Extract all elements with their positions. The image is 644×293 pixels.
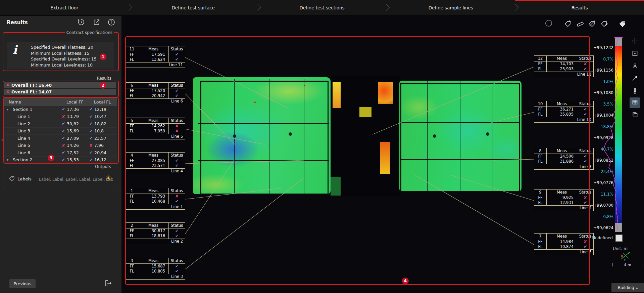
label-meas-header: Meas xyxy=(138,188,168,194)
status-fail-icon: ✘ xyxy=(89,143,93,148)
sample-line[interactable] xyxy=(198,123,329,124)
scale-bar: 4 m xyxy=(612,262,643,267)
label-header: 1 Meas Status xyxy=(126,188,185,194)
contract-line: Specified Overall Levelness: 15 xyxy=(31,56,97,62)
clipping-tool-button[interactable] xyxy=(630,74,640,84)
colorization-button[interactable] xyxy=(630,86,640,97)
contract-lines: Specified Overall Flatness: 20Minimum Lo… xyxy=(31,44,97,68)
status-pass-icon: ✔ xyxy=(175,228,179,233)
column-local-ff[interactable]: Local FF xyxy=(66,99,94,104)
add-label-button[interactable] xyxy=(563,19,573,29)
label-line-name: Line 5 xyxy=(126,134,185,139)
show-labels-button[interactable] xyxy=(617,19,628,29)
grid-view-button[interactable] xyxy=(630,97,640,108)
sample-line[interactable] xyxy=(234,79,235,194)
sample-line[interactable] xyxy=(269,79,269,194)
chevron-down-icon[interactable]: ▾ xyxy=(4,108,11,111)
edit-labels-button[interactable] xyxy=(599,19,609,29)
histogram-percentage: 3,5% xyxy=(582,99,613,110)
export-button[interactable] xyxy=(102,279,115,289)
sample-line[interactable] xyxy=(460,81,460,192)
sample-line[interactable] xyxy=(493,81,493,192)
sample-line[interactable] xyxy=(304,79,304,194)
chevron-down-icon[interactable]: ▾ xyxy=(4,158,11,162)
label-fl-value: 25,903 xyxy=(547,67,577,72)
local-ff-value: 13,79 xyxy=(67,114,79,119)
building-selector[interactable]: Building ▴ xyxy=(611,283,644,292)
callout-badge-4: 4 xyxy=(402,278,409,284)
table-row[interactable]: Line 2✔30,82✔18,82 xyxy=(4,120,117,128)
test-section-1[interactable] xyxy=(200,81,329,195)
table-row[interactable]: Line 1✘13,79✔10,47 xyxy=(4,113,117,121)
tab-results[interactable]: Results xyxy=(515,0,644,15)
status-pass-icon: ✔ xyxy=(175,158,179,163)
reset-view-button[interactable] xyxy=(77,18,86,28)
sun-icon[interactable] xyxy=(105,175,111,182)
status-circle-button[interactable] xyxy=(544,19,554,29)
layers-button[interactable] xyxy=(630,110,640,121)
label-line-name: Line 7 xyxy=(534,249,593,255)
table-row[interactable]: Line 6✔17,52✔20,94 xyxy=(4,149,117,157)
measurement-label[interactable]: 4 Meas Status FF 27,085 ✔ FL 23,571 ✔ Li… xyxy=(126,152,185,174)
label-fl-row: FL 10,468 ✔ xyxy=(126,199,185,204)
labels-output-title: Labels xyxy=(17,176,32,181)
tab-extract-floor[interactable]: Extract floor xyxy=(0,0,129,15)
pan-tool-button[interactable] xyxy=(630,36,640,47)
column-name[interactable]: Name xyxy=(4,99,66,104)
first-person-view-button[interactable] xyxy=(630,61,640,72)
fit-view-button[interactable] xyxy=(630,49,640,59)
label-number: 7 xyxy=(534,234,547,239)
status-fail-icon: ✘ xyxy=(62,114,65,119)
status-pass-icon: ✔ xyxy=(62,136,65,140)
color-scale-bar[interactable] xyxy=(615,37,622,232)
measure-label-button[interactable] xyxy=(575,19,585,29)
measurement-label[interactable]: 5 Meas Status FF 14,262 ✘ FL 7,959 ✘ Lin… xyxy=(126,118,185,139)
label-number: 2 xyxy=(126,223,138,228)
table-row[interactable]: Line 4✔27,09✔23,57 xyxy=(4,135,117,142)
status-pass-icon: ✔ xyxy=(89,158,93,162)
previous-button[interactable]: Previous xyxy=(9,279,36,288)
status-fail-icon: ✘ xyxy=(175,124,179,128)
measurement-label[interactable]: 6 Meas Status FF 17,520 ✔ FL 20,942 ✔ Li… xyxy=(126,82,185,104)
overall-results: ✘Overall FF: 16,48✘Overall FL: 14,07 xyxy=(4,82,116,95)
measurement-label[interactable]: 1 Meas Status FF 13,793 ✘ FL 10,468 ✔ Li… xyxy=(126,188,185,210)
column-local-fl[interactable]: Local FL xyxy=(94,99,117,104)
sample-line[interactable] xyxy=(401,159,520,160)
help-button[interactable]: ? xyxy=(107,18,116,28)
local-fl-value: 7,96 xyxy=(94,143,104,148)
elevation-value: +99,0928 xyxy=(582,132,613,144)
table-row[interactable]: ▾Section 1✔17,36✔12,19 xyxy=(4,106,117,113)
scale-bar-label: 4 m xyxy=(624,263,631,267)
label-meas-header: Meas xyxy=(547,56,577,61)
measurement-label[interactable]: 11 Meas Status FF 17,591 ✔ FL 13,624 ✔ L… xyxy=(126,46,185,68)
table-row[interactable]: Line 5✘14,26✘7,96 xyxy=(4,142,117,150)
tab-define-test-sections[interactable]: Define test sections xyxy=(258,0,387,15)
label-line-name: Line 2 xyxy=(126,239,185,244)
elevation-value: +99,0852 xyxy=(582,155,613,166)
panel-collapse-handle[interactable]: ‹ xyxy=(0,134,4,146)
label-meas-header: Meas xyxy=(547,234,577,239)
tab-define-test-surface[interactable]: Define test surface xyxy=(129,0,258,15)
table-row[interactable]: ▾Section 2✔15,53✔16,12 xyxy=(4,157,117,164)
measurement-label[interactable]: 3 Meas Status FF 15,687 ✔ FL 10,805 ✔ Li… xyxy=(126,258,185,280)
status-pass-icon: ✔ xyxy=(175,93,179,98)
sample-line[interactable] xyxy=(198,160,329,161)
orientation-gizmo[interactable]: z xyxy=(620,249,632,263)
sample-line[interactable] xyxy=(427,81,428,192)
open-external-button[interactable] xyxy=(92,18,101,28)
clear-labels-button[interactable] xyxy=(587,19,597,29)
label-meas-header: Meas xyxy=(138,118,168,123)
label-header: 6 Meas Status xyxy=(126,83,185,88)
sample-line[interactable] xyxy=(401,122,520,123)
label-fl-value: 31,886 xyxy=(547,159,577,164)
panel-title: Results xyxy=(7,19,28,26)
floor-heatmap-middle[interactable] xyxy=(331,76,400,196)
undefined-checkbox[interactable] xyxy=(615,235,623,242)
tab-define-sample-lines[interactable]: Define sample lines xyxy=(386,0,515,15)
status-pass-icon: ✔ xyxy=(175,269,179,274)
labels-output-value[interactable]: Label, Label, Label, Label, Label, Lab xyxy=(39,177,113,182)
comet-icon xyxy=(632,75,638,83)
table-row[interactable]: Line 3✔15,69✔10,8 xyxy=(4,128,117,135)
measurement-label[interactable]: 2 Meas Status FF 30,817 ✔ FL 18,816 ✔ Li… xyxy=(126,222,185,244)
label-number: 12 xyxy=(534,56,547,61)
